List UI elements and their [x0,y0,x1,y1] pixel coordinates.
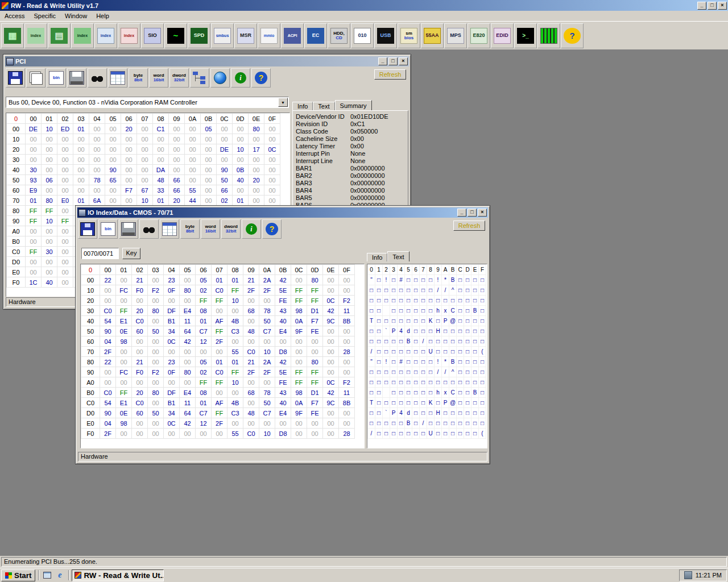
hex-cell[interactable]: 2F [259,285,275,296]
hex-cell[interactable]: 78 [89,175,105,185]
hex-cell[interactable]: 2F [243,367,259,377]
ascii-cell[interactable]: □ [442,418,449,429]
ascii-cell[interactable]: □ [457,285,464,296]
hex-cell[interactable]: 00 [291,357,307,367]
hex-cell[interactable]: 00 [323,326,339,336]
hex-cell[interactable]: FF [212,326,228,336]
hex-cell[interactable]: 00 [212,306,228,316]
io-close-button[interactable]: × [478,209,487,217]
hex-cell[interactable]: 00 [264,155,280,165]
ascii-cell[interactable]: □ [398,388,405,398]
ascii-cell[interactable]: □ [390,367,398,377]
hex-cell[interactable]: 0F [164,367,180,377]
hex-cell[interactable]: FF [291,367,307,377]
hex-cell[interactable]: 00 [169,155,185,165]
hex-cell[interactable]: 00 [180,347,196,357]
taskbar-task-rw[interactable]: RW - Read & Write Ut... [72,569,164,581]
hex-cell[interactable]: C7 [259,326,275,336]
ascii-cell[interactable]: □ [398,429,405,439]
mps-button[interactable]: MPS [444,23,467,48]
hex-cell[interactable]: 00 [137,124,153,134]
ascii-cell[interactable]: □ [398,418,405,429]
ascii-cell[interactable]: P [390,326,398,336]
ascii-cell[interactable]: □ [420,285,427,296]
hex-cell[interactable]: 01 [153,196,169,206]
hex-cell[interactable]: 00 [243,377,259,388]
ascii-cell[interactable]: x [442,306,449,316]
pci-tab-info[interactable]: Info [292,102,313,110]
acpi-button[interactable]: ACPI [281,23,304,48]
ascii-cell[interactable]: □ [464,357,471,367]
hex-cell[interactable]: 00 [148,336,164,347]
hex-cell[interactable]: F7 [307,398,323,408]
hex-cell[interactable]: 55 [185,185,201,196]
hex-cell[interactable]: FE [275,377,291,388]
hex-cell[interactable]: E4 [180,306,196,316]
ascii-cell[interactable]: □ [368,388,375,398]
ascii-cell[interactable]: □ [405,306,412,316]
hex-cell[interactable]: 00 [169,165,185,175]
grid-view-button[interactable] [108,68,127,88]
ascii-cell[interactable]: □ [368,367,375,377]
hex-cell[interactable]: 33 [153,185,169,196]
hex-cell[interactable]: 22 [100,357,116,367]
ascii-cell[interactable]: □ [412,367,420,377]
ascii-cell[interactable]: □ [390,357,398,367]
ascii-cell[interactable]: □ [471,336,479,347]
hex-cell[interactable]: 00 [228,388,243,398]
ascii-cell[interactable]: □ [479,296,486,306]
hex-cell[interactable]: 00 [57,267,73,277]
ascii-cell[interactable]: □ [464,408,471,418]
ascii-cell[interactable]: B [449,275,457,285]
io-tab-info[interactable]: Info [367,253,387,261]
hex-cell[interactable]: FF [307,285,323,296]
ascii-cell[interactable]: □ [383,377,390,388]
hex-cell[interactable]: DA [153,165,169,175]
hex-cell[interactable]: 00 [264,185,280,196]
ascii-cell[interactable]: ( [479,429,486,439]
ascii-cell[interactable]: □ [390,377,398,388]
ascii-cell[interactable]: □ [479,398,486,408]
ascii-cell[interactable]: □ [464,347,471,357]
hex-cell[interactable]: 00 [323,336,339,347]
hex-cell[interactable]: 10 [42,216,57,226]
ascii-cell[interactable]: d [405,408,412,418]
hex-cell[interactable]: 67 [137,185,153,196]
hex-cell[interactable]: FF [307,367,323,377]
ascii-cell[interactable]: □ [375,429,383,439]
hex-cell[interactable]: 34 [164,408,180,418]
ascii-cell[interactable]: □ [457,296,464,306]
ascii-cell[interactable]: / [368,429,375,439]
ascii-cell[interactable]: □ [375,408,383,418]
hex-cell[interactable]: 00 [121,165,137,175]
ascii-cell[interactable]: □ [368,418,375,429]
ascii-cell[interactable]: @ [449,398,457,408]
hex-cell[interactable]: 90 [100,326,116,336]
hex-cell[interactable]: 00 [180,296,196,306]
hex-cell[interactable]: D8 [275,347,291,357]
ascii-cell[interactable]: □ [449,326,457,336]
ascii-cell[interactable]: □ [442,408,449,418]
hex-cell[interactable]: DF [164,306,180,316]
hex-cell[interactable]: F2 [148,367,164,377]
hex-cell[interactable]: 00 [73,185,89,196]
save-button[interactable] [6,68,25,88]
ascii-cell[interactable]: □ [457,408,464,418]
hex-cell[interactable]: 00 [73,175,89,185]
ascii-cell[interactable]: □ [398,347,405,357]
hex-cell[interactable]: 00 [42,257,57,267]
ascii-cell[interactable]: □ [479,306,486,316]
hex-cell[interactable]: 01 [196,316,212,326]
hex-cell[interactable]: 8B [339,316,355,326]
hex-cell[interactable]: 55 [228,347,243,357]
hex-cell[interactable]: 04 [100,418,116,429]
ascii-cell[interactable]: □ [368,306,375,316]
hex-cell[interactable]: 00 [233,185,249,196]
hex-cell[interactable]: B1 [164,316,180,326]
hex-cell[interactable]: 0A [291,316,307,326]
ascii-cell[interactable]: H [435,408,442,418]
ascii-cell[interactable]: □ [412,429,420,439]
ascii-cell[interactable]: □ [390,275,398,285]
ascii-cell[interactable]: □ [420,388,427,398]
app-icon[interactable] [1,2,9,10]
